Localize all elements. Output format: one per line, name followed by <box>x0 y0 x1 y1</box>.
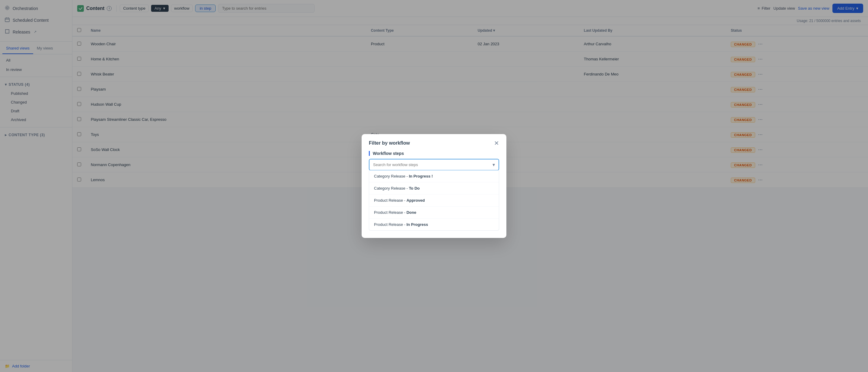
search-chevron-icon: ▾ <box>493 162 495 168</box>
workflow-search-input[interactable] <box>373 163 493 167</box>
modal-title: Filter by workflow <box>369 140 410 146</box>
modal-body: Workflow steps ▾ Category Release - In P… <box>362 151 506 238</box>
filter-workflow-modal: Filter by workflow ✕ Workflow steps ▾ Ca… <box>362 134 506 238</box>
workflow-option-3[interactable]: Product Release - Done <box>369 206 499 219</box>
modal-header: Filter by workflow ✕ <box>362 134 506 151</box>
workflow-option-1[interactable]: Category Release - To Do <box>369 182 499 195</box>
workflow-search-wrapper: ▾ Category Release - In Progress !Catego… <box>369 159 499 231</box>
workflow-option-4[interactable]: Product Release - In Progress <box>369 219 499 230</box>
workflow-dropdown: Category Release - In Progress !Category… <box>369 170 499 231</box>
workflow-steps-label: Workflow steps <box>369 151 499 156</box>
workflow-option-2[interactable]: Product Release - Approved <box>369 195 499 206</box>
workflow-search-box: ▾ <box>369 159 499 171</box>
workflow-option-0[interactable]: Category Release - In Progress ! <box>369 170 499 182</box>
modal-overlay[interactable]: Filter by workflow ✕ Workflow steps ▾ Ca… <box>0 0 868 372</box>
modal-close-button[interactable]: ✕ <box>494 140 499 146</box>
